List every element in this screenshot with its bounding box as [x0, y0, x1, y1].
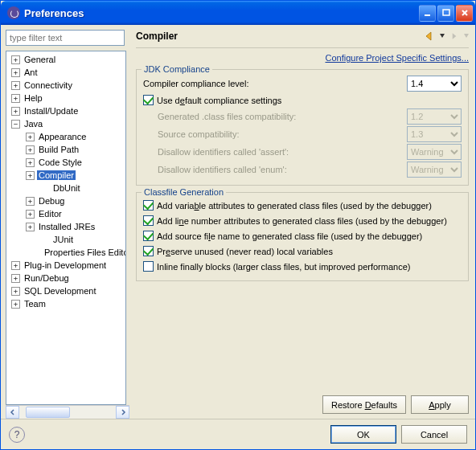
add-variable-checkbox[interactable] — [143, 200, 154, 211]
footer-bar: ? OK Cancel — [1, 419, 475, 449]
right-pane: Compiler Configure Project Specific Sett… — [129, 25, 475, 419]
expand-icon[interactable]: + — [26, 223, 35, 231]
tree-item-code-style[interactable]: +Code Style — [6, 156, 125, 169]
tree-item-ant[interactable]: +Ant — [6, 66, 125, 79]
expand-icon[interactable]: + — [11, 274, 20, 283]
expand-icon[interactable]: + — [26, 158, 35, 167]
window-title: Preferences — [24, 7, 419, 19]
expand-icon[interactable]: + — [11, 55, 20, 64]
tree-item-compiler[interactable]: +Compiler — [6, 169, 125, 182]
expand-icon[interactable]: + — [11, 81, 20, 90]
tree-item-label: Editor — [37, 209, 64, 219]
source-compat-label: Source compatibility: — [158, 129, 407, 139]
forward-menu-icon — [464, 34, 469, 39]
apply-button[interactable]: Apply — [411, 395, 469, 414]
collapse-icon[interactable]: − — [11, 120, 20, 129]
expand-icon[interactable]: + — [26, 210, 35, 219]
tree-item-run-debug[interactable]: +Run/Debug — [6, 272, 125, 284]
page-title: Compiler — [136, 31, 178, 42]
tree-item-label: General — [23, 55, 57, 64]
add-source-checkbox[interactable] — [143, 231, 154, 241]
tree-item-label: Connectivity — [23, 80, 74, 90]
svg-rect-0 — [425, 14, 430, 16]
expand-icon[interactable]: + — [26, 171, 35, 180]
help-icon[interactable]: ? — [9, 427, 25, 443]
generated-class-label: Generated .class files compatibility: — [158, 112, 407, 121]
app-icon — [7, 6, 20, 19]
tree-item-label: Install/Update — [23, 106, 80, 116]
tree-item-sql-development[interactable]: +SQL Development — [6, 284, 125, 297]
tree-item-dbunit[interactable]: DbUnit — [6, 182, 125, 194]
expand-icon[interactable]: + — [26, 197, 35, 206]
tree-item-label: Run/Debug — [23, 273, 71, 283]
use-default-label: Use default compliance settings — [157, 96, 281, 105]
tree-item-label: Properties Files Editor — [43, 248, 126, 257]
tree-item-junit[interactable]: JUnit — [6, 233, 125, 246]
tree-item-plug-in-development[interactable]: +Plug-in Development — [6, 259, 125, 272]
scroll-left-button[interactable] — [6, 406, 19, 419]
cancel-button[interactable]: Cancel — [401, 425, 467, 444]
expand-icon[interactable]: + — [26, 133, 35, 141]
filter-input[interactable] — [6, 30, 125, 46]
tree-item-editor[interactable]: +Editor — [6, 207, 125, 220]
jdk-compliance-group: JDK Compliance Compiler compliance level… — [136, 69, 469, 186]
tree-item-label: JUnit — [51, 235, 75, 244]
tree-item-debug[interactable]: +Debug — [6, 194, 125, 207]
restore-defaults-button[interactable]: Restore Defaults — [322, 395, 406, 414]
left-pane: +General+Ant+Connectivity+Help+Install/U… — [1, 25, 129, 419]
use-default-checkbox[interactable] — [143, 95, 154, 105]
add-line-label: Add line number attributes to generated … — [157, 216, 447, 226]
classfile-group-title: Classfile Generation — [142, 187, 226, 197]
expand-icon[interactable]: + — [11, 287, 20, 296]
close-button[interactable] — [456, 5, 473, 22]
tree-item-label: SQL Development — [23, 286, 97, 296]
tree-item-java[interactable]: −Java — [6, 117, 125, 130]
inline-finally-label: Inline finally blocks (larger class file… — [157, 262, 410, 272]
ok-button[interactable]: OK — [330, 425, 396, 444]
preferences-tree[interactable]: +General+Ant+Connectivity+Help+Install/U… — [6, 51, 125, 312]
back-icon[interactable] — [422, 30, 435, 43]
tree-item-build-path[interactable]: +Build Path — [6, 143, 125, 156]
tree-item-label: Java — [23, 119, 44, 129]
preserve-unused-checkbox[interactable] — [143, 246, 154, 256]
tree-item-installed-jres[interactable]: +Installed JREs — [6, 220, 125, 233]
tree-item-label: Compiler — [37, 170, 76, 180]
back-menu-icon[interactable] — [440, 34, 445, 39]
tree-item-general[interactable]: +General — [6, 53, 125, 66]
inline-finally-checkbox[interactable] — [143, 261, 154, 272]
configure-project-link[interactable]: Configure Project Specific Settings... — [136, 53, 469, 63]
expand-icon[interactable]: + — [11, 68, 20, 77]
tree-item-label: Appearance — [37, 132, 88, 141]
maximize-button[interactable] — [437, 5, 454, 22]
expand-icon[interactable]: + — [11, 94, 20, 103]
compliance-level-label: Compiler compliance level: — [143, 79, 407, 88]
tree-item-install-update[interactable]: +Install/Update — [6, 104, 125, 117]
expand-icon[interactable]: + — [11, 261, 20, 270]
tree-item-label: Build Path — [37, 145, 80, 154]
no-expand — [40, 235, 49, 244]
expand-icon[interactable]: + — [26, 145, 35, 154]
tree-item-connectivity[interactable]: +Connectivity — [6, 79, 125, 92]
tree-item-label: Ant — [23, 68, 39, 77]
minimize-button[interactable] — [419, 5, 436, 22]
jdk-group-title: JDK Compliance — [142, 64, 212, 74]
svg-rect-1 — [443, 10, 449, 15]
add-line-checkbox[interactable] — [143, 215, 154, 226]
tree-item-label: Help — [23, 93, 44, 103]
tree-item-team[interactable]: +Team — [6, 297, 125, 310]
forward-icon — [449, 31, 459, 41]
scroll-right-button[interactable] — [116, 406, 129, 419]
expand-icon[interactable]: + — [11, 107, 20, 116]
tree-item-properties-files-editor[interactable]: Properties Files Editor — [6, 246, 125, 259]
scroll-thumb[interactable] — [26, 407, 70, 418]
no-expand — [40, 184, 49, 193]
expand-icon[interactable]: + — [11, 300, 20, 309]
preserve-unused-label: Preserve unused (never read) local varia… — [157, 247, 333, 256]
tree-item-appearance[interactable]: +Appearance — [6, 130, 125, 143]
tree-item-help[interactable]: +Help — [6, 92, 125, 104]
source-compat-select: 1.3 — [407, 126, 462, 142]
horizontal-scrollbar[interactable] — [6, 405, 129, 419]
compliance-level-select[interactable]: 1.4 — [407, 76, 462, 92]
tree-item-label: Plug-in Development — [23, 260, 108, 270]
disallow-enum-select: Warning — [407, 162, 462, 178]
